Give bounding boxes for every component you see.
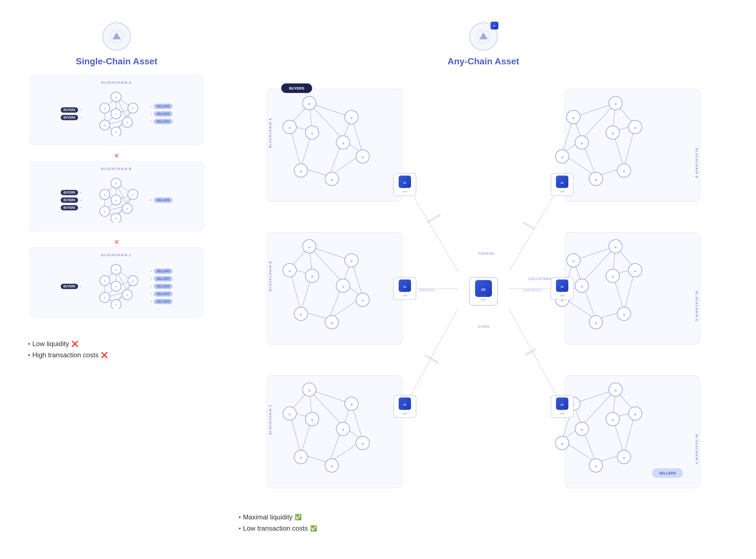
svg-text:≡: ≡ <box>580 284 583 289</box>
svg-text:cc: cc <box>403 181 406 184</box>
svg-text:≡: ≡ <box>115 304 117 307</box>
svg-text:≡: ≡ <box>330 321 333 325</box>
blockchain-a-box: BLOCKCHAIN A BUYERS → BUYERS → <box>29 75 204 145</box>
svg-text:≡: ≡ <box>595 464 597 469</box>
svg-text:≡: ≡ <box>595 321 597 325</box>
seller-arrow-a2: ← SELLERS <box>150 111 173 117</box>
svg-text:≡: ≡ <box>311 274 313 279</box>
blockchain-a-label: BLOCKCHAIN A <box>36 81 198 84</box>
svg-text:BLOCKCHAIN A: BLOCKCHAIN A <box>269 117 272 148</box>
svg-text:CCIP: CCIP <box>481 294 487 297</box>
svg-text:CCIP: CCIP <box>559 186 565 189</box>
svg-line-276 <box>509 308 562 406</box>
buyer-tag-a2: BUYERS <box>61 115 78 120</box>
buyer-arrow-a2: BUYERS → <box>61 115 82 120</box>
svg-text:CCIP: CCIP <box>402 295 407 297</box>
svg-text:≡: ≡ <box>623 456 625 460</box>
x-icon-2: ❌ <box>101 352 108 358</box>
svg-text:≡: ≡ <box>127 121 128 124</box>
check-icon-2: ✅ <box>310 525 317 532</box>
svg-text:01010101: 01010101 <box>522 221 535 230</box>
any-chain-diagram: BLOCKCHAIN A BLOCKCHAIN B BLOCKCHAIN C B… <box>245 75 722 496</box>
seller-tag-b1: SELLERS <box>154 198 173 203</box>
svg-text:≡: ≡ <box>115 182 117 185</box>
svg-text:cc: cc <box>560 403 564 406</box>
svg-text:110101001010: 110101001010 <box>523 289 542 292</box>
svg-text:≡: ≡ <box>115 199 117 202</box>
svg-text:CCIP: CCIP <box>560 295 564 297</box>
right-panel: cc Any-Chain Asset BLOCKCHAIN A BLOCKCHA… <box>222 17 745 547</box>
svg-text:≡: ≡ <box>561 442 563 446</box>
svg-text:≡: ≡ <box>299 312 302 317</box>
svg-text:≡: ≡ <box>104 124 106 127</box>
svg-text:≡: ≡ <box>104 210 106 213</box>
buyer-arrow-b1: BUYERS → <box>61 190 82 195</box>
check-icon-1: ✅ <box>295 514 302 520</box>
svg-text:≡: ≡ <box>361 155 363 160</box>
svg-text:CCIP: CCIP <box>402 408 408 411</box>
svg-text:cc: cc <box>481 287 486 292</box>
x-icon-1: ❌ <box>71 340 79 347</box>
ccip-badge: cc <box>490 22 498 29</box>
blockchain-c-label: BLOCKCHAIN C <box>36 253 198 257</box>
buyer-tag-c1: BUYERS <box>61 284 78 289</box>
svg-text:1001010010: 1001010010 <box>419 289 435 292</box>
right-bottom-notes: • Maximal liquidity ✅ • Low transaction … <box>227 508 739 541</box>
svg-text:≡: ≡ <box>361 442 363 446</box>
buyer-arrow-b3: BUYERS → <box>61 205 82 210</box>
buyer-arrow-a1: BUYERS → <box>61 107 82 113</box>
svg-text:≡: ≡ <box>350 402 352 407</box>
svg-text:≡: ≡ <box>634 126 636 130</box>
buyers-col-c: BUYERS → <box>61 284 82 289</box>
svg-text:≡: ≡ <box>611 274 614 279</box>
svg-text:≡: ≡ <box>634 269 636 273</box>
svg-text:≡: ≡ <box>132 107 134 110</box>
svg-text:≡: ≡ <box>561 155 563 160</box>
svg-text:CCIP: CCIP <box>560 191 564 193</box>
any-chain-icon: cc <box>469 22 497 50</box>
svg-text:≡: ≡ <box>288 126 290 130</box>
svg-text:BLOCKCHAIN F: BLOCKCHAIN F <box>695 434 698 465</box>
sellers-col-b: ← SELLERS <box>150 198 173 203</box>
svg-text:1100110010: 1100110010 <box>424 354 439 364</box>
svg-text:≡: ≡ <box>115 131 117 134</box>
svg-text:CASH: CASH <box>478 325 489 329</box>
left-title: Single-Chain Asset <box>76 56 157 67</box>
svg-text:CCIP: CCIP <box>402 412 407 415</box>
svg-text:≡: ≡ <box>614 102 616 106</box>
svg-text:≡: ≡ <box>341 427 344 432</box>
svg-text:≡: ≡ <box>104 193 106 196</box>
note-text-3: Maximal liquidity <box>243 513 292 521</box>
svg-marker-84 <box>479 32 488 39</box>
note-text-2: High transaction costs <box>32 351 98 359</box>
blockchain-b-label: BLOCKCHAIN B <box>36 167 198 171</box>
seller-tag-c3: SELLERS <box>154 284 173 289</box>
svg-text:≡: ≡ <box>614 388 616 393</box>
svg-text:≡: ≡ <box>288 412 290 417</box>
note-text-1: Low liquidity <box>32 340 69 348</box>
left-bottom-notes: • Low liquidity ❌ • High transaction cos… <box>17 334 216 368</box>
single-chain-icon <box>103 22 131 50</box>
svg-text:≡: ≡ <box>614 245 616 249</box>
buyer-arrow-c1: BUYERS → <box>61 284 82 289</box>
blockchain-b-box: BLOCKCHAIN B BUYERS → BUYERS → BUYERS → <box>29 161 204 231</box>
svg-text:CCIP: CCIP <box>559 408 565 411</box>
svg-text:≡: ≡ <box>634 412 636 417</box>
network-svg-c: ≡ ≡ ≡ ≡ ≡ ≡ ≡ <box>88 264 144 309</box>
note-max-liquidity: • Maximal liquidity ✅ <box>239 513 728 521</box>
svg-text:BLOCKCHAIN E: BLOCKCHAIN E <box>695 291 698 322</box>
svg-text:cc: cc <box>403 285 406 288</box>
svg-text:BUYERS: BUYERS <box>289 86 304 90</box>
blockchain-c-box: BLOCKCHAIN C BUYERS → <box>29 247 204 317</box>
note-high-tx: • High transaction costs ❌ <box>28 351 205 359</box>
svg-text:CCIP: CCIP <box>481 298 486 301</box>
network-svg-a: ≡ ≡ ≡ ≡ ≡ ≡ ≡ <box>88 91 144 136</box>
svg-text:≡: ≡ <box>299 169 302 174</box>
svg-text:≡: ≡ <box>308 102 310 106</box>
network-svg-b: ≡ ≡ ≡ ≡ ≡ ≡ ≡ <box>88 178 144 222</box>
svg-text:TOKENS: TOKENS <box>478 251 495 255</box>
svg-text:≡: ≡ <box>350 259 352 264</box>
seller-tag-a2: SELLERS <box>154 111 173 117</box>
buyer-arrow-b2: BUYERS → <box>61 198 82 203</box>
seller-tag-c2: SELLERS <box>154 276 173 282</box>
